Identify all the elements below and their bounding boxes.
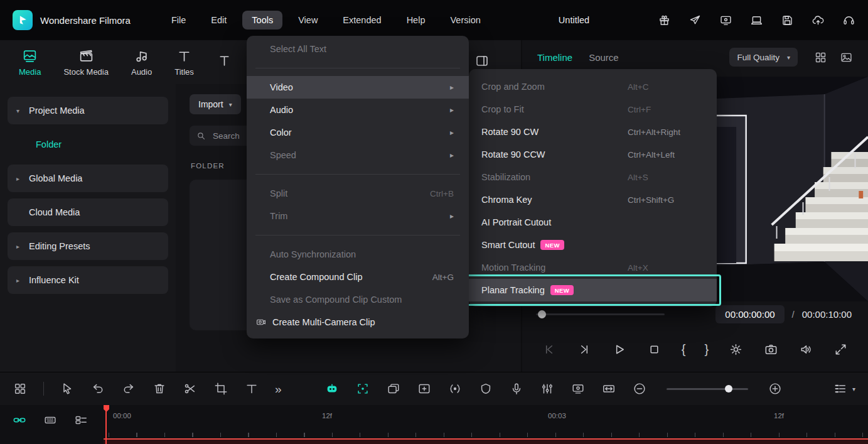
stop-button[interactable]: [646, 341, 663, 357]
zoom-in-button[interactable]: [768, 381, 783, 396]
zoom-slider-handle[interactable]: [725, 385, 732, 393]
submenu-item-rotate-90-ccw[interactable]: Rotate 90 CCW Ctrl+Alt+Left: [469, 143, 717, 166]
scrubber-handle[interactable]: [538, 310, 546, 318]
panel-toggle-icon[interactable]: [474, 53, 490, 71]
tab-media[interactable]: Media: [19, 48, 41, 77]
submenu-item-crop-and-zoom[interactable]: Crop and Zoom Alt+C: [469, 75, 717, 98]
submenu-item-rotate-90-cw[interactable]: Rotate 90 CW Ctrl+Alt+Right: [469, 121, 717, 143]
mask-icon[interactable]: [478, 381, 493, 396]
sidebar-item-cloud-media[interactable]: Cloud Media: [8, 198, 168, 226]
link-icon[interactable]: [13, 413, 26, 430]
menu-item-speed[interactable]: Speed ▸: [247, 144, 469, 166]
expand-caret-icon[interactable]: ▸: [16, 277, 23, 284]
track-list-icon[interactable]: [833, 381, 848, 396]
playback-settings-button[interactable]: [727, 341, 744, 357]
delete-button[interactable]: [152, 381, 167, 396]
chevron-down-icon[interactable]: ▾: [852, 386, 855, 393]
expand-caret-icon[interactable]: ▸: [16, 175, 23, 182]
play-button[interactable]: [611, 341, 628, 357]
compound-clip-icon[interactable]: [386, 381, 401, 396]
undo-button[interactable]: [90, 381, 105, 396]
auto-ripple-icon[interactable]: [601, 381, 616, 396]
tab-text[interactable]: [217, 53, 232, 72]
menu-item-trim[interactable]: Trim ▸: [247, 205, 469, 227]
previous-frame-button[interactable]: [541, 341, 557, 357]
redo-button[interactable]: [121, 381, 136, 396]
tab-titles[interactable]: Titles: [174, 48, 194, 77]
headset-icon[interactable]: [842, 14, 855, 27]
quality-selector[interactable]: Full Quality ▾: [729, 48, 798, 67]
menu-file[interactable]: File: [162, 11, 195, 30]
render-preview-icon[interactable]: [571, 381, 586, 396]
playhead[interactable]: [105, 405, 107, 444]
clip-group-icon[interactable]: [417, 381, 432, 396]
sidebar-item-project-media[interactable]: ▾ Project Media: [8, 97, 168, 124]
snapshot-button[interactable]: [763, 341, 779, 357]
menu-edit[interactable]: Edit: [201, 11, 236, 30]
split-scissors-icon[interactable]: [183, 381, 198, 396]
sidebar-item-editing-presets[interactable]: ▸ Editing Presets: [8, 232, 168, 260]
menu-tools[interactable]: Tools: [242, 11, 282, 30]
menu-item-color[interactable]: Color ▸: [247, 121, 469, 144]
tab-audio[interactable]: Audio: [131, 48, 152, 77]
scrubber-track[interactable]: [536, 313, 665, 315]
mark-out-button[interactable]: }: [704, 343, 709, 355]
tab-stock-media[interactable]: Stock Media: [63, 48, 109, 77]
submenu-item-ai-portrait-cutout[interactable]: AI Portrait Cutout: [469, 211, 717, 234]
expand-caret-icon[interactable]: ▾: [16, 107, 23, 114]
image-icon[interactable]: [840, 51, 853, 64]
submenu-item-stabilization[interactable]: Stabilization Alt+S: [469, 166, 717, 188]
keyframe-icon[interactable]: [447, 381, 463, 396]
menu-item-create-multi-camera-clip[interactable]: Create Multi-Camera Clip: [247, 311, 469, 333]
toolbox-grid-icon[interactable]: [13, 381, 28, 396]
zoom-out-button[interactable]: [632, 381, 647, 396]
sidebar-item-global-media[interactable]: ▸ Global Media: [8, 165, 168, 192]
ai-assistant-icon[interactable]: [324, 381, 340, 396]
sidebar-item-folder[interactable]: Folder: [8, 131, 168, 158]
menu-extended[interactable]: Extended: [333, 11, 390, 30]
keyboard-shortcut-icon[interactable]: [43, 413, 57, 430]
submenu-item-smart-cutout[interactable]: Smart Cutout NEW: [469, 234, 717, 256]
timeline-ruler[interactable]: 00:00 12f 00:03 12f: [104, 405, 868, 444]
more-tools-icon[interactable]: »: [275, 383, 282, 395]
submenu-item-chroma-key[interactable]: Chroma Key Ctrl+Shift+G: [469, 188, 717, 211]
select-tool-icon[interactable]: [60, 381, 75, 396]
menu-version[interactable]: Version: [441, 11, 490, 30]
menu-item-auto-synchronization[interactable]: Auto Synchronization: [247, 243, 469, 266]
cloud-upload-icon[interactable]: [812, 14, 825, 27]
menu-help[interactable]: Help: [397, 11, 435, 30]
menu-item-split[interactable]: Split Ctrl+B: [247, 182, 469, 205]
menu-item-create-compound-clip[interactable]: Create Compound Clip Alt+G: [247, 266, 469, 288]
layout-grid-icon[interactable]: [814, 51, 827, 64]
fullscreen-button[interactable]: [833, 341, 849, 357]
tab-source[interactable]: Source: [589, 52, 619, 63]
timeline-zoom-slider[interactable]: [667, 388, 748, 390]
menu-item-audio[interactable]: Audio ▸: [247, 99, 469, 121]
menu-item-video[interactable]: Video ▸: [247, 76, 469, 99]
next-frame-button[interactable]: [576, 341, 592, 357]
import-button[interactable]: Import ▾: [190, 94, 241, 114]
share-icon[interactable]: [689, 14, 702, 27]
submenu-item-planar-tracking[interactable]: Planar Tracking NEW: [469, 279, 717, 301]
submenu-item-motion-tracking[interactable]: Motion Tracking Alt+X: [469, 256, 717, 279]
audio-mixer-icon[interactable]: [540, 381, 555, 396]
menu-item-select-all-text[interactable]: Select All Text: [247, 38, 469, 60]
menu-item-save-as-compound-clip-custom[interactable]: Save as Compound Clip Custom: [247, 288, 469, 311]
gift-icon[interactable]: [658, 14, 671, 27]
tab-timeline[interactable]: Timeline: [537, 52, 572, 63]
playhead-handle[interactable]: [104, 405, 109, 412]
screen-record-icon[interactable]: [719, 14, 732, 27]
submenu-item-crop-to-fit[interactable]: Crop to Fit Ctrl+F: [469, 98, 717, 121]
text-tool-icon[interactable]: [244, 381, 259, 396]
expand-caret-icon[interactable]: ▸: [16, 243, 23, 250]
planar-tracking-tool-icon[interactable]: [355, 381, 370, 396]
display-icon[interactable]: [750, 14, 763, 27]
volume-button[interactable]: [798, 341, 814, 357]
record-voiceover-icon[interactable]: [509, 381, 524, 396]
track-layers-icon[interactable]: [74, 413, 88, 430]
sidebar-item-influence-kit[interactable]: ▸ Influence Kit: [8, 266, 168, 294]
mark-in-button[interactable]: {: [682, 343, 686, 355]
crop-tool-icon[interactable]: [213, 381, 228, 396]
menu-view[interactable]: View: [289, 11, 327, 30]
save-icon[interactable]: [781, 14, 794, 27]
